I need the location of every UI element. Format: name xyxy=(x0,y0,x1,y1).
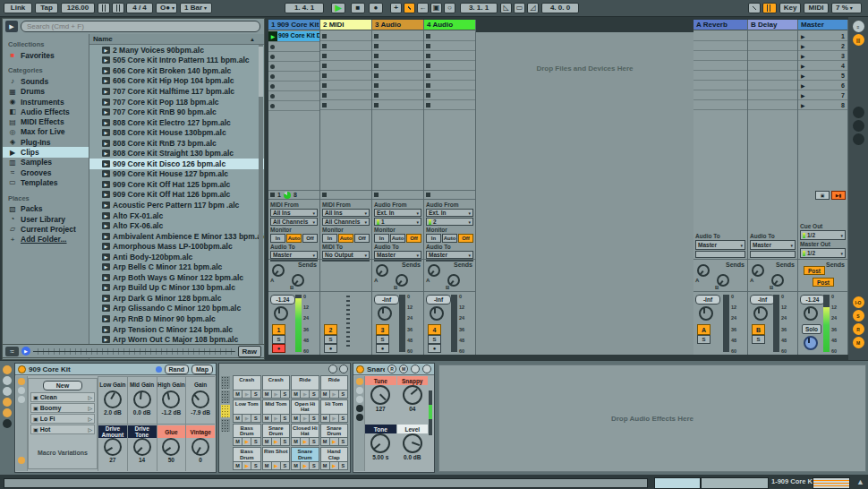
track-header[interactable]: B Delay xyxy=(748,20,797,30)
loop-start-field[interactable]: 3. 1. 1 xyxy=(460,3,498,13)
clip-slot[interactable] xyxy=(424,90,475,100)
track-header[interactable]: 4 Audio xyxy=(424,20,475,30)
macro-knob-cell[interactable]: Mid Gain 0.0 dB xyxy=(127,376,157,424)
clip-stop-button[interactable] xyxy=(322,64,327,68)
device-activator[interactable] xyxy=(18,365,26,373)
output-chooser[interactable]: Master▾ xyxy=(270,251,318,259)
detail-toggle-icon[interactable]: ▲ xyxy=(856,477,864,486)
pad-mute-button[interactable]: M xyxy=(263,462,272,469)
file-row[interactable]: ▶ 909 Core Kit Off Hat 126 bpm.alc xyxy=(89,190,264,201)
browser-collapse-button[interactable]: ▶ xyxy=(5,21,18,32)
hot-swap-icon[interactable] xyxy=(156,366,162,373)
pad-bank[interactable] xyxy=(221,419,230,432)
output-channel-field[interactable] xyxy=(750,251,796,258)
volume-field[interactable]: -1.24 xyxy=(270,295,295,305)
file-row[interactable]: ▶ 808 Core Kit Electro 127 bpm.alc xyxy=(89,117,264,128)
pad-mute-button[interactable]: M xyxy=(321,415,330,422)
drum-pad[interactable]: Bass Drum M ▶ S xyxy=(233,424,261,447)
param-knob[interactable] xyxy=(370,385,390,405)
clip-stop-button[interactable] xyxy=(426,64,430,68)
pad-solo-button[interactable]: S xyxy=(310,438,318,445)
clip-slot[interactable] xyxy=(372,81,423,90)
pan-knob[interactable] xyxy=(274,306,288,321)
pad-mute-button[interactable]: M xyxy=(263,390,272,398)
clip-stop-button[interactable] xyxy=(374,54,379,58)
drum-pad[interactable]: Snare Drum M ▶ S xyxy=(291,447,319,470)
monitor-off-button[interactable]: Off xyxy=(458,234,473,243)
sidebar-item[interactable]: ▦ Drums xyxy=(3,87,89,97)
pad-mute-button[interactable]: M xyxy=(234,390,243,398)
return-slot[interactable] xyxy=(694,71,747,81)
send-a-pre-post-toggle[interactable]: Post xyxy=(804,266,825,275)
device-title-bar[interactable]: Snare... R M xyxy=(353,364,434,375)
file-row[interactable]: ▶ 909 Core Kit House 127 bpm.alc xyxy=(89,169,264,180)
clip-stop-button[interactable] xyxy=(270,193,275,197)
volume-field[interactable]: -Inf xyxy=(426,295,451,305)
input-channel-chooser[interactable]: 1▾ xyxy=(374,218,421,226)
clip-slot[interactable] xyxy=(372,71,423,81)
macro-knob[interactable] xyxy=(133,390,151,408)
pad-solo-button[interactable]: S xyxy=(281,438,289,445)
hot-swap-icon[interactable] xyxy=(422,365,431,373)
clip-stop-button[interactable] xyxy=(322,54,327,58)
pad-overview-icon[interactable] xyxy=(339,365,348,373)
file-row[interactable]: ▶ 808 Core Kit Straight 130 bpm.alc xyxy=(89,148,264,159)
minus-toggle[interactable] xyxy=(356,396,363,403)
scene-play-icon[interactable]: ▶ xyxy=(801,33,805,39)
clip-slot[interactable] xyxy=(372,41,423,51)
autoselect-icon[interactable] xyxy=(328,365,337,373)
overdub-button[interactable]: + xyxy=(390,3,402,13)
clip-slot[interactable] xyxy=(372,100,423,110)
drum-pad[interactable]: Low Tom M ▶ S xyxy=(233,399,261,423)
pad-solo-button[interactable]: S xyxy=(339,415,347,422)
solo-button[interactable]: S xyxy=(752,335,765,344)
pad-mute-button[interactable]: M xyxy=(263,438,272,445)
device-activator[interactable] xyxy=(356,365,364,373)
section-toggle-off[interactable] xyxy=(853,120,864,132)
return-activator[interactable]: B xyxy=(752,324,765,335)
file-row[interactable]: ▶ Alto FX-01.alc xyxy=(89,210,264,221)
section-toggle-off[interactable] xyxy=(853,107,864,118)
monitor-in-button[interactable]: In xyxy=(270,234,285,243)
clip-stop-button[interactable] xyxy=(322,93,327,98)
pad-solo-button[interactable]: S xyxy=(339,390,347,398)
sidebar-item[interactable]: ▱ Current Project xyxy=(3,224,89,234)
arm-button[interactable]: ● xyxy=(428,344,441,353)
clip-slot[interactable] xyxy=(424,81,475,90)
macro-knob[interactable] xyxy=(162,438,180,456)
pad-solo-button[interactable]: S xyxy=(310,462,318,469)
file-row[interactable]: ▶ Arp Build Up C Minor 130 bpm.alc xyxy=(89,283,264,294)
pad-play-button[interactable]: ▶ xyxy=(243,438,251,445)
clip-slot[interactable] xyxy=(268,101,319,111)
loop-length-field[interactable]: 4. 0. 0 xyxy=(541,3,579,13)
input-type-chooser[interactable]: Ext. In▾ xyxy=(374,209,421,217)
scene-play-icon[interactable]: ▶ xyxy=(801,53,805,59)
clip-stop-button[interactable] xyxy=(322,73,327,78)
clip-slot[interactable] xyxy=(320,31,371,41)
solo-button[interactable]: S xyxy=(428,335,441,344)
pad-solo-button[interactable]: S xyxy=(251,390,260,398)
scene-slot[interactable]: ▶ 6 xyxy=(798,81,847,90)
slot-record-button[interactable] xyxy=(270,55,275,59)
sidebar-item[interactable]: ◉ Instruments xyxy=(3,97,89,107)
clip-slot[interactable] xyxy=(268,82,319,91)
scene-slot[interactable]: ▶ 2 xyxy=(798,41,847,51)
pad-mute-button[interactable]: M xyxy=(292,390,301,398)
key-map-button[interactable]: Key xyxy=(779,3,801,13)
clip-slot[interactable] xyxy=(424,71,475,81)
file-row[interactable]: ▶ 707 Core Kit Halftime 117 bpm.alc xyxy=(89,86,264,97)
scene-play-icon[interactable]: ▶ xyxy=(801,43,805,49)
pad-mute-button[interactable]: M xyxy=(321,462,330,469)
macro-knob-cell[interactable]: Vintage 0 xyxy=(185,424,215,471)
macro-knob-cell[interactable]: High Gain -1.2 dB xyxy=(157,376,186,424)
macro-knob-cell[interactable]: Gain -7.9 dB xyxy=(185,376,215,424)
clip-slot[interactable] xyxy=(424,61,475,71)
link-button[interactable]: Link xyxy=(4,3,32,13)
pad-bank[interactable] xyxy=(221,376,230,389)
macro-knob[interactable] xyxy=(104,390,122,408)
scrollbar-thumb[interactable] xyxy=(259,47,263,97)
pad-solo-button[interactable]: S xyxy=(251,438,260,445)
stop-all-clips-button[interactable]: ▶▮ xyxy=(831,191,846,200)
drum-pad[interactable]: Mid Tom M ▶ S xyxy=(262,399,291,423)
return-slot[interactable] xyxy=(748,71,797,81)
